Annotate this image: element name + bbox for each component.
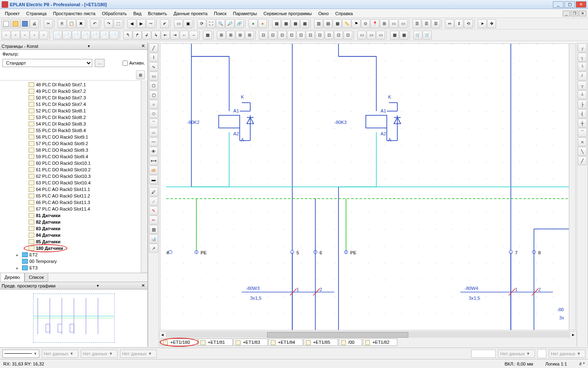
tool-red2-icon[interactable]: ✏ <box>149 215 158 224</box>
tree-item[interactable]: 61 PLC DO Rack0 Slot10.2 <box>0 166 141 173</box>
tb-select[interactable]: ⬚ <box>114 19 122 28</box>
rsym-tee-d-icon[interactable]: ┬ <box>578 81 587 90</box>
tb-layout1[interactable]: ▥ <box>314 19 323 28</box>
tb-check[interactable]: ✔ <box>160 19 169 28</box>
tb-window[interactable]: ▭ <box>174 19 183 28</box>
page-tab[interactable]: +ET1/180 <box>161 339 198 346</box>
tree-item[interactable]: 65 PLC AO Rack0 Slot11.2 <box>0 193 141 199</box>
tb2-e2[interactable]: ⊡ <box>268 31 277 40</box>
tree-item[interactable]: 60 PLC DO Rack0 Slot10.1 <box>0 160 141 166</box>
menu-help[interactable]: Справка <box>332 10 356 17</box>
tool-hatch-icon[interactable]: ▨ <box>149 225 158 234</box>
rsym-tee-u-icon[interactable]: ┴ <box>578 90 587 99</box>
nodata-dd-5[interactable]: Нет данных▼ <box>549 350 586 358</box>
tb-copy[interactable]: ⎘ <box>58 19 67 28</box>
tree-item[interactable]: 48 PLC DI Rack0 Slot7.1 <box>0 81 141 88</box>
tb2-sym4[interactable]: ⊞ <box>236 31 245 40</box>
tb2-e10[interactable]: ⊡ <box>343 31 352 40</box>
rsym-tee-l-icon[interactable]: ┤ <box>578 109 587 118</box>
tool-link-icon[interactable]: ⟋ <box>149 197 158 206</box>
tree-item[interactable]: 66 PLC AO Rack0 Slot11.3 <box>0 199 141 206</box>
tb2-doc1[interactable]: 📄 <box>53 31 62 40</box>
menu-project-data[interactable]: Данные проекта <box>170 10 211 17</box>
tb-save[interactable] <box>20 19 29 28</box>
tree-tab-list[interactable]: Список <box>24 273 49 282</box>
tb-undo[interactable]: ↶ <box>90 19 99 28</box>
tb-redo[interactable]: ↷ <box>104 19 113 28</box>
preview-panel-close[interactable]: ✕ <box>140 283 146 288</box>
tool-red-icon[interactable]: ✎ <box>149 206 158 215</box>
value-input[interactable] <box>471 350 496 358</box>
tb-zoom-out[interactable]: 🔎 <box>225 19 234 28</box>
tree-item[interactable]: 53 PLC DI Rack0 Slot8.2 <box>0 114 141 121</box>
tb2-n7[interactable]: ← <box>180 31 189 40</box>
draw-line-icon[interactable]: ╱ <box>149 43 158 52</box>
tool-chart-icon[interactable]: 📊 <box>149 234 158 243</box>
tb2-n2[interactable]: ↱ <box>133 31 142 40</box>
tb2-5[interactable]: ▫ <box>39 31 48 40</box>
tree-item[interactable]: 180 Датчики <box>0 245 141 251</box>
tb2-e5[interactable]: ⊡ <box>296 31 305 40</box>
tb-ruler[interactable]: 📏 <box>342 19 351 28</box>
draw-dimension-icon[interactable]: ⟷ <box>149 156 158 165</box>
tree-item[interactable]: 82 Датчики <box>0 219 141 225</box>
draw-circle-icon[interactable]: ○ <box>149 100 158 109</box>
tb-rotate[interactable]: ⟲ <box>464 19 473 28</box>
menu-utilities[interactable]: Сервисные программы <box>260 10 315 17</box>
tb-mirror-h[interactable]: ⇔ <box>445 19 454 28</box>
tb-fullwin[interactable]: ▣ <box>183 19 192 28</box>
tb2-n1[interactable]: ↰ <box>123 31 132 40</box>
canvas-vscrollbar[interactable] <box>569 44 575 330</box>
rsym-diag2-icon[interactable]: ╱ <box>578 156 587 165</box>
maximize-button[interactable]: ▢ <box>564 1 575 8</box>
tb2-e4[interactable]: ⊡ <box>287 31 296 40</box>
tb-grid3[interactable]: ▦ <box>291 19 300 28</box>
tree-item[interactable]: 56 PLC DO Rack0 Slot9.1 <box>0 134 141 140</box>
tb-delete[interactable]: ✖ <box>76 19 85 28</box>
mdi-restore[interactable]: ❐ <box>571 11 578 16</box>
minimize-button[interactable]: _ <box>553 1 564 8</box>
filter-select[interactable]: Стандарт <box>2 59 92 67</box>
tool-out-icon[interactable]: ↗ <box>149 244 158 253</box>
draw-rect-icon[interactable]: ▭ <box>149 72 158 81</box>
tree-node[interactable]: ▸ET3 <box>0 265 141 271</box>
line-style-dropdown[interactable]: ▼ <box>2 350 39 358</box>
tb-view1[interactable]: ▭ <box>389 19 398 28</box>
tb-play[interactable]: ● <box>249 19 258 28</box>
tb2-doc7[interactable]: 📄 <box>109 31 118 40</box>
preview-panel-pin-icon[interactable]: ▾ <box>97 283 99 288</box>
menu-page[interactable]: Страница <box>23 10 50 17</box>
tb2-e3[interactable]: ⊡ <box>278 31 287 40</box>
tb-open[interactable] <box>11 19 20 28</box>
tb2-doc3[interactable]: 📄 <box>72 31 81 40</box>
tb-zoom-in[interactable]: 🔍 <box>216 19 225 28</box>
tb2-box1[interactable]: ▭ <box>357 31 366 40</box>
canvas-hscrollbar[interactable]: ◂ ▸ <box>159 331 577 338</box>
tb2-doc6[interactable]: 📄 <box>100 31 109 40</box>
tree-item[interactable]: 83 Датчики <box>0 225 141 232</box>
filter-more-button[interactable]: ... <box>95 59 105 67</box>
tree-item[interactable]: 67 PLC AO Rack0 Slot11.4 <box>0 206 141 212</box>
tree-node[interactable]: ▸ET2 <box>0 251 141 258</box>
tb2-3[interactable]: ▫ <box>20 31 29 40</box>
menu-edit[interactable]: Обработать <box>99 10 130 17</box>
tree-item[interactable]: 50 PLC DI Rack0 Slot7.3 <box>0 94 141 101</box>
tb2-t2[interactable]: ▦ <box>399 31 408 40</box>
pages-panel-pin-icon[interactable]: ▾ <box>88 44 90 48</box>
tb2-n8[interactable]: → <box>189 31 198 40</box>
draw-arc2-icon[interactable]: ⌓ <box>149 128 158 137</box>
tb-goto[interactable]: ⤳ <box>146 19 155 28</box>
rsym-diag1-icon[interactable]: ╲ <box>578 147 587 156</box>
draw-spline-icon[interactable]: 〰 <box>149 137 158 146</box>
tb-list3[interactable]: ☰ <box>431 19 440 28</box>
tb-grid2[interactable]: ▦ <box>281 19 290 28</box>
tb-grid4[interactable]: ▦ <box>300 19 309 28</box>
tb2-e1[interactable]: ⊡ <box>259 31 268 40</box>
nodata-dd-4[interactable]: Нет данных▼ <box>498 350 535 358</box>
nodata-dd-2[interactable]: Нет данных▼ <box>81 350 118 358</box>
rsym-corner-tr-icon[interactable]: ┐ <box>578 53 587 62</box>
tree-scrollbar[interactable] <box>141 80 147 273</box>
tb2-box3[interactable]: ▭ <box>376 31 385 40</box>
close-button[interactable]: ✕ <box>576 1 586 8</box>
tb-refresh[interactable]: ⟳ <box>197 19 206 28</box>
